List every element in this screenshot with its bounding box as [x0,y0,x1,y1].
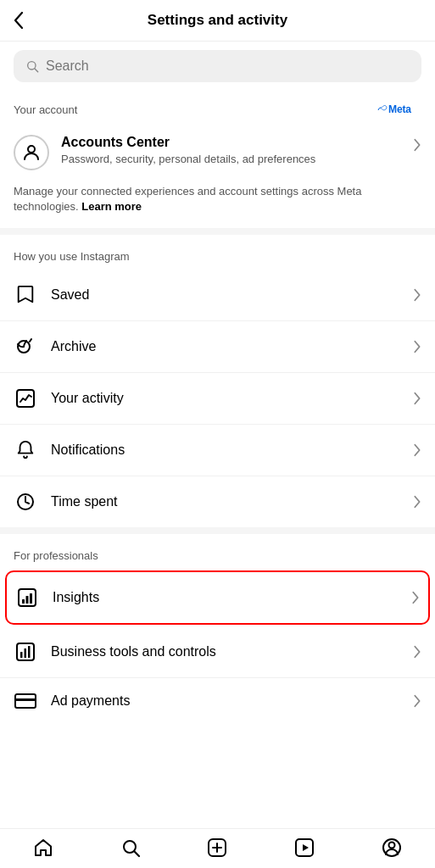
nav-home[interactable] [33,837,53,858]
spacer [0,724,435,741]
activity-icon [14,387,37,410]
page-title: Settings and activity [14,12,421,29]
business-tools-label: Business tools and controls [51,644,399,659]
nav-create[interactable] [207,837,227,858]
menu-item-insights[interactable]: Insights [5,570,430,625]
your-account-header: Your account Meta [0,91,435,125]
accounts-center-item[interactable]: Accounts Center Password, security, pers… [0,125,435,181]
insights-label: Insights [53,590,398,605]
menu-item-notifications[interactable]: Notifications [0,425,435,476]
insights-bar-chart-icon [15,586,39,609]
meta-logo: Meta [377,101,421,118]
svg-line-1 [35,69,38,72]
svg-rect-13 [25,648,27,658]
accounts-center-icon [14,135,49,170]
accounts-center-subtitle: Password, security, personal details, ad… [61,152,401,167]
svg-line-18 [134,852,139,857]
archive-label: Archive [51,339,399,354]
search-container[interactable] [14,50,421,82]
accounts-center-chevron-icon [413,138,421,152]
for-professionals-section: For professionals Insights [0,534,435,724]
svg-rect-16 [15,698,36,701]
nav-search[interactable] [120,837,141,858]
svg-rect-10 [30,593,32,604]
svg-rect-9 [26,596,29,604]
search-icon [25,59,39,73]
accounts-center-content: Accounts Center Password, security, pers… [61,135,401,167]
how-you-use-header: How you use Instagram [0,235,435,270]
your-account-section: Your account Meta Accounts Center Passwo… [0,91,435,228]
clock-icon [14,490,37,514]
back-button[interactable] [14,11,24,30]
how-you-use-section: How you use Instagram Saved Archive [0,235,435,527]
accounts-center-title: Accounts Center [61,135,401,150]
your-account-label: Your account [14,103,77,116]
header: Settings and activity [0,0,435,42]
archive-chevron-icon [413,340,421,353]
menu-item-archive[interactable]: Archive [0,321,435,373]
activity-chevron-icon [413,392,421,405]
section-divider-1 [0,228,435,235]
svg-rect-5 [17,390,34,407]
svg-point-25 [388,843,394,849]
insights-chevron-icon [411,591,420,604]
card-icon [14,689,37,713]
svg-rect-8 [22,599,25,604]
nav-profile[interactable] [382,837,402,858]
notifications-chevron-icon [413,443,421,457]
menu-item-business-tools[interactable]: Business tools and controls [0,626,435,678]
svg-marker-23 [303,844,309,851]
menu-item-saved[interactable]: Saved [0,270,435,321]
meta-tagline: Manage your connected experiences and ac… [0,181,435,228]
nav-reels[interactable] [294,837,315,858]
your-activity-label: Your activity [51,391,399,406]
notifications-label: Notifications [51,442,399,458]
business-tools-icon [14,640,37,664]
bell-icon [14,438,37,462]
business-tools-chevron-icon [413,645,421,659]
section-divider-2 [0,527,435,534]
svg-text:Meta: Meta [388,103,411,115]
svg-point-3 [28,146,35,153]
svg-rect-14 [28,646,31,658]
bookmark-icon [14,283,37,307]
menu-item-your-activity[interactable]: Your activity [0,373,435,425]
ad-payments-chevron-icon [413,694,421,708]
menu-item-ad-payments[interactable]: Ad payments [0,678,435,724]
svg-rect-12 [20,652,23,658]
search-input[interactable] [46,58,410,74]
time-spent-chevron-icon [413,495,421,509]
bottom-nav [0,828,435,868]
archive-icon [14,335,37,359]
saved-chevron-icon [413,288,421,302]
search-bar [0,42,435,91]
for-professionals-header: For professionals [0,534,435,569]
menu-item-time-spent[interactable]: Time spent [0,476,435,527]
saved-label: Saved [51,287,399,303]
learn-more-link[interactable]: Learn more [81,200,142,213]
ad-payments-label: Ad payments [51,693,399,709]
time-spent-label: Time spent [51,494,399,509]
